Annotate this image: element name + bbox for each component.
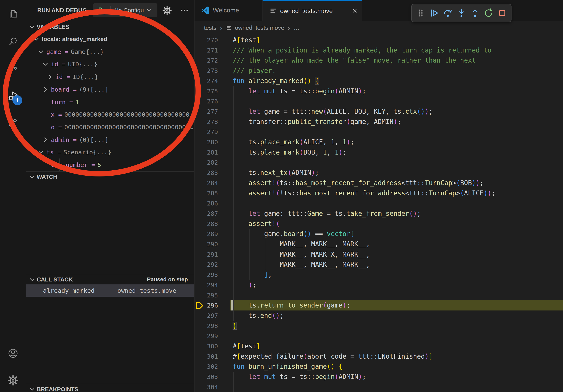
variable-row[interactable]: admin =(0)[...] — [26, 133, 194, 146]
line-number[interactable]: 277 — [194, 106, 218, 117]
code-line-287[interactable]: let game: ttt::Game = ts.take_from_sende… — [233, 209, 421, 219]
line-number[interactable]: 302 — [194, 361, 218, 372]
line-number[interactable]: 288 — [194, 219, 218, 229]
call-stack-frame-row[interactable]: already_marked owned_tests.move — [26, 284, 194, 297]
code-line-293[interactable]: ], — [233, 270, 272, 280]
line-number[interactable]: 278 — [194, 117, 218, 127]
code-line-298[interactable]: } — [233, 321, 237, 331]
code-line-297[interactable]: ts.end(); — [233, 311, 284, 321]
breadcrumb-item-symbol[interactable]: … — [294, 25, 299, 31]
line-number[interactable]: 272 — [194, 55, 218, 65]
line-number[interactable]: 285 — [194, 188, 218, 198]
restart-button[interactable] — [483, 7, 495, 19]
line-number[interactable]: 279 — [194, 127, 218, 137]
line-number[interactable]: 293 — [194, 270, 218, 280]
account-icon[interactable] — [0, 342, 26, 364]
sidebar-editor-divider[interactable] — [194, 0, 194, 392]
call-stack-section-header[interactable]: CALL STACK Paused on step — [26, 275, 194, 284]
line-number[interactable]: 283 — [194, 168, 218, 178]
line-number[interactable]: 299 — [194, 331, 218, 341]
step-into-button[interactable] — [455, 7, 468, 19]
variable-row[interactable]: txn_number =5 — [26, 158, 194, 171]
code-line-289[interactable]: game.board() == vector[ — [233, 229, 354, 239]
debug-settings-gear-icon[interactable] — [159, 0, 175, 21]
code-line-273[interactable]: /// player. — [233, 65, 276, 76]
code-line-288[interactable]: assert!( — [233, 219, 280, 229]
line-number[interactable]: 295 — [194, 290, 218, 301]
line-number[interactable]: 271 — [194, 45, 218, 55]
extensions-icon[interactable] — [0, 112, 26, 134]
line-number[interactable]: 287 — [194, 209, 218, 219]
line-number[interactable]: 303 — [194, 372, 218, 382]
line-number[interactable]: 291 — [194, 249, 218, 260]
code-line-274[interactable]: fun already_marked() { — [233, 76, 319, 86]
line-number[interactable]: 284 — [194, 178, 218, 188]
code-line-277[interactable]: let game = ttt::new(ALICE, BOB, KEY, ts.… — [233, 106, 433, 117]
code-line-270[interactable]: #[test] — [233, 35, 260, 45]
variables-section-header[interactable]: VARIABLES — [26, 22, 194, 32]
more-actions-icon[interactable] — [177, 0, 192, 21]
tab-welcome[interactable]: Welcome — [194, 0, 263, 21]
variables-scope-row[interactable]: locals: already_marked — [26, 33, 194, 45]
tab-owned-tests-move[interactable]: owned_tests.move — [263, 0, 362, 21]
line-number[interactable]: 300 — [194, 341, 218, 351]
code-line-271[interactable]: /// When a position is already marked, t… — [233, 45, 491, 55]
code-line-278[interactable]: transfer::public_transfer(game, ADMIN); — [233, 117, 401, 127]
step-over-button[interactable] — [442, 7, 454, 19]
close-icon[interactable] — [352, 8, 358, 14]
code-line-302[interactable]: fun burn_unfinished_game() { — [233, 361, 343, 372]
settings-gear-icon[interactable] — [0, 369, 26, 391]
run-and-debug-icon[interactable] — [0, 85, 26, 107]
breakpoints-section-header[interactable]: BREAKPOINTS — [26, 384, 194, 392]
variable-row[interactable]: turn =1 — [26, 96, 194, 108]
code-line-290[interactable]: MARK__, MARK__, MARK__, — [233, 239, 370, 249]
start-debugging-play-icon[interactable] — [93, 6, 111, 15]
variable-row[interactable]: ts =Scenario{...} — [26, 146, 194, 158]
step-out-button[interactable] — [469, 7, 481, 19]
code-line-285[interactable]: assert!(!ts::has_most_recent_for_address… — [233, 188, 495, 198]
variable-row[interactable]: game =Game{...} — [26, 45, 194, 58]
code-line-294[interactable]: ); — [233, 280, 256, 290]
code-line-281[interactable]: ts.place_mark(BOB, 1, 1); — [233, 147, 346, 157]
code-line-272[interactable]: /// the player who made the "false" move… — [233, 55, 476, 65]
start-debugging-control[interactable]: No Configur — [93, 3, 157, 17]
code-line-303[interactable]: let mut ts = ts::begin(ADMIN); — [233, 372, 366, 382]
line-number[interactable]: 304 — [194, 382, 218, 392]
line-number[interactable]: 275 — [194, 86, 218, 96]
code-line-284[interactable]: assert!(ts::has_most_recent_for_address<… — [233, 178, 484, 188]
explorer-icon[interactable] — [0, 3, 26, 25]
line-number[interactable]: 290 — [194, 239, 218, 249]
code-line-291[interactable]: MARK__, MARK_X, MARK__, — [233, 249, 370, 260]
breadcrumb-item-file[interactable]: owned_tests.move — [235, 25, 284, 31]
line-number[interactable]: 298 — [194, 321, 218, 331]
line-number[interactable]: 286 — [194, 198, 218, 209]
line-number[interactable]: 294 — [194, 280, 218, 290]
variable-row[interactable]: id =ID{...} — [26, 70, 194, 83]
line-number[interactable]: 281 — [194, 147, 218, 157]
code-line-301[interactable]: #[expected_failure(abort_code = ttt::ENo… — [233, 351, 433, 362]
line-number[interactable]: 292 — [194, 259, 218, 270]
code-line-283[interactable]: ts.next_tx(ADMIN); — [233, 168, 319, 178]
line-number[interactable]: 301 — [194, 351, 218, 362]
variable-row[interactable]: board =(9)[...] — [26, 83, 194, 96]
code-line-296[interactable]: ts.return_to_sender(game); — [233, 300, 350, 311]
watch-section-header[interactable]: WATCH — [26, 172, 194, 182]
stop-button[interactable] — [496, 7, 508, 19]
line-number[interactable]: 276 — [194, 96, 218, 106]
continue-button[interactable] — [428, 7, 440, 19]
line-number[interactable]: 273 — [194, 65, 218, 76]
line-number[interactable]: 297 — [194, 311, 218, 321]
code-line-275[interactable]: let mut ts = ts::begin(ADMIN); — [233, 86, 366, 96]
search-icon[interactable] — [0, 31, 26, 52]
variable-row[interactable]: id =UID{...} — [26, 58, 194, 70]
toolbar-drag-grip[interactable] — [414, 7, 427, 19]
line-number[interactable]: 282 — [194, 157, 218, 168]
line-number[interactable]: 280 — [194, 137, 218, 147]
code-line-300[interactable]: #[test] — [233, 341, 260, 351]
variable-row[interactable]: x =0000000000000000000000000000000000… — [26, 108, 194, 121]
line-number[interactable]: 270 — [194, 35, 218, 45]
code-line-292[interactable]: MARK__, MARK__, MARK__, — [233, 259, 370, 270]
source-control-icon[interactable] — [0, 57, 26, 79]
line-number[interactable]: 289 — [194, 229, 218, 239]
line-number[interactable]: 274 — [194, 76, 218, 86]
